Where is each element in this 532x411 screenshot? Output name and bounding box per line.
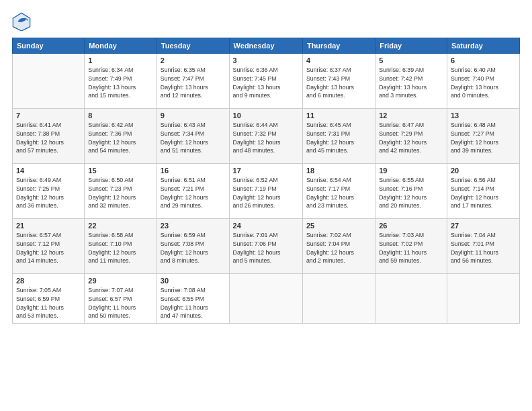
calendar-week-1: 1Sunrise: 6:34 AM Sunset: 7:49 PM Daylig…	[13, 54, 520, 109]
day-info: Sunrise: 6:55 AM Sunset: 7:16 PM Dayligh…	[379, 176, 443, 210]
day-info: Sunrise: 7:03 AM Sunset: 7:02 PM Dayligh…	[379, 231, 443, 265]
day-info: Sunrise: 7:04 AM Sunset: 7:01 PM Dayligh…	[451, 231, 516, 265]
day-number: 22	[88, 222, 153, 230]
calendar-cell: 17Sunrise: 6:52 AM Sunset: 7:19 PM Dayli…	[229, 164, 302, 219]
day-number: 16	[161, 167, 226, 175]
calendar-cell: 5Sunrise: 6:39 AM Sunset: 7:42 PM Daylig…	[375, 54, 447, 109]
day-number: 13	[451, 111, 516, 120]
day-info: Sunrise: 6:52 AM Sunset: 7:19 PM Dayligh…	[233, 176, 299, 210]
day-number: 30	[161, 277, 226, 285]
day-info: Sunrise: 7:07 AM Sunset: 6:57 PM Dayligh…	[88, 286, 153, 320]
day-info: Sunrise: 6:35 AM Sunset: 7:47 PM Dayligh…	[161, 66, 226, 100]
calendar-cell: 24Sunrise: 7:01 AM Sunset: 7:06 PM Dayli…	[229, 219, 302, 274]
day-number: 23	[161, 222, 226, 230]
day-info: Sunrise: 6:56 AM Sunset: 7:14 PM Dayligh…	[451, 176, 516, 210]
column-header-monday: Monday	[85, 38, 157, 54]
day-info: Sunrise: 6:42 AM Sunset: 7:36 PM Dayligh…	[88, 121, 153, 155]
day-number: 7	[16, 111, 81, 120]
day-info: Sunrise: 6:51 AM Sunset: 7:21 PM Dayligh…	[161, 176, 226, 210]
day-info: Sunrise: 6:50 AM Sunset: 7:23 PM Dayligh…	[88, 176, 153, 210]
day-info: Sunrise: 6:39 AM Sunset: 7:42 PM Dayligh…	[379, 66, 443, 100]
page: SundayMondayTuesdayWednesdayThursdayFrid…	[0, 0, 532, 411]
calendar-cell	[302, 274, 375, 324]
calendar-cell: 15Sunrise: 6:50 AM Sunset: 7:23 PM Dayli…	[85, 164, 157, 219]
calendar-cell: 25Sunrise: 7:02 AM Sunset: 7:04 PM Dayli…	[302, 219, 375, 274]
calendar-cell: 8Sunrise: 6:42 AM Sunset: 7:36 PM Daylig…	[85, 109, 157, 164]
calendar-cell: 23Sunrise: 6:59 AM Sunset: 7:08 PM Dayli…	[157, 219, 229, 274]
day-number: 29	[88, 277, 153, 285]
calendar-table: SundayMondayTuesdayWednesdayThursdayFrid…	[12, 38, 520, 324]
day-number: 8	[88, 111, 153, 120]
calendar-cell: 29Sunrise: 7:07 AM Sunset: 6:57 PM Dayli…	[85, 274, 157, 324]
calendar-cell: 13Sunrise: 6:48 AM Sunset: 7:27 PM Dayli…	[447, 109, 519, 164]
day-number: 17	[233, 167, 299, 175]
day-number: 3	[233, 56, 299, 64]
calendar-week-5: 28Sunrise: 7:05 AM Sunset: 6:59 PM Dayli…	[13, 274, 520, 324]
day-info: Sunrise: 6:34 AM Sunset: 7:49 PM Dayligh…	[88, 66, 153, 100]
calendar-cell	[375, 274, 447, 324]
calendar-cell: 12Sunrise: 6:47 AM Sunset: 7:29 PM Dayli…	[375, 109, 447, 164]
calendar-cell: 21Sunrise: 6:57 AM Sunset: 7:12 PM Dayli…	[13, 219, 85, 274]
day-info: Sunrise: 7:05 AM Sunset: 6:59 PM Dayligh…	[16, 286, 81, 320]
day-info: Sunrise: 6:49 AM Sunset: 7:25 PM Dayligh…	[16, 176, 81, 210]
day-number: 24	[233, 222, 299, 230]
calendar-cell: 2Sunrise: 6:35 AM Sunset: 7:47 PM Daylig…	[157, 54, 229, 109]
day-info: Sunrise: 6:58 AM Sunset: 7:10 PM Dayligh…	[88, 231, 153, 265]
calendar-cell: 16Sunrise: 6:51 AM Sunset: 7:21 PM Dayli…	[157, 164, 229, 219]
calendar-week-2: 7Sunrise: 6:41 AM Sunset: 7:38 PM Daylig…	[13, 109, 520, 164]
day-number: 28	[16, 277, 81, 285]
column-header-tuesday: Tuesday	[157, 38, 229, 54]
calendar-cell: 14Sunrise: 6:49 AM Sunset: 7:25 PM Dayli…	[13, 164, 85, 219]
day-number: 25	[306, 222, 371, 230]
day-number: 26	[379, 222, 443, 230]
calendar-week-3: 14Sunrise: 6:49 AM Sunset: 7:25 PM Dayli…	[13, 164, 520, 219]
column-header-saturday: Saturday	[447, 38, 519, 54]
day-number: 11	[306, 111, 371, 120]
day-info: Sunrise: 6:54 AM Sunset: 7:17 PM Dayligh…	[306, 176, 371, 210]
column-header-sunday: Sunday	[13, 38, 85, 54]
day-info: Sunrise: 7:08 AM Sunset: 6:55 PM Dayligh…	[161, 286, 226, 320]
day-info: Sunrise: 6:40 AM Sunset: 7:40 PM Dayligh…	[451, 66, 516, 100]
day-number: 2	[161, 56, 226, 64]
day-number: 21	[16, 222, 81, 230]
column-header-thursday: Thursday	[302, 38, 375, 54]
day-info: Sunrise: 6:44 AM Sunset: 7:32 PM Dayligh…	[233, 121, 299, 155]
calendar-cell: 20Sunrise: 6:56 AM Sunset: 7:14 PM Dayli…	[447, 164, 519, 219]
calendar-cell: 10Sunrise: 6:44 AM Sunset: 7:32 PM Dayli…	[229, 109, 302, 164]
day-number: 6	[451, 56, 516, 64]
calendar-cell: 6Sunrise: 6:40 AM Sunset: 7:40 PM Daylig…	[447, 54, 519, 109]
calendar-cell	[447, 274, 519, 324]
day-info: Sunrise: 6:57 AM Sunset: 7:12 PM Dayligh…	[16, 231, 81, 265]
day-number: 19	[379, 167, 443, 175]
day-info: Sunrise: 6:43 AM Sunset: 7:34 PM Dayligh…	[161, 121, 226, 155]
day-number: 9	[161, 111, 226, 120]
logo-icon	[12, 12, 31, 31]
column-header-wednesday: Wednesday	[229, 38, 302, 54]
day-number: 20	[451, 167, 516, 175]
calendar-cell: 30Sunrise: 7:08 AM Sunset: 6:55 PM Dayli…	[157, 274, 229, 324]
logo	[12, 12, 34, 31]
calendar-cell: 18Sunrise: 6:54 AM Sunset: 7:17 PM Dayli…	[302, 164, 375, 219]
calendar-week-4: 21Sunrise: 6:57 AM Sunset: 7:12 PM Dayli…	[13, 219, 520, 274]
day-number: 15	[88, 167, 153, 175]
day-number: 14	[16, 167, 81, 175]
day-number: 27	[451, 222, 516, 230]
day-info: Sunrise: 6:48 AM Sunset: 7:27 PM Dayligh…	[451, 121, 516, 155]
day-info: Sunrise: 7:02 AM Sunset: 7:04 PM Dayligh…	[306, 231, 371, 265]
calendar-cell	[229, 274, 302, 324]
calendar-cell: 22Sunrise: 6:58 AM Sunset: 7:10 PM Dayli…	[85, 219, 157, 274]
calendar-cell: 4Sunrise: 6:37 AM Sunset: 7:43 PM Daylig…	[302, 54, 375, 109]
day-number: 12	[379, 111, 443, 120]
calendar-cell: 3Sunrise: 6:36 AM Sunset: 7:45 PM Daylig…	[229, 54, 302, 109]
day-info: Sunrise: 7:01 AM Sunset: 7:06 PM Dayligh…	[233, 231, 299, 265]
day-info: Sunrise: 6:47 AM Sunset: 7:29 PM Dayligh…	[379, 121, 443, 155]
day-number: 5	[379, 56, 443, 64]
day-info: Sunrise: 6:59 AM Sunset: 7:08 PM Dayligh…	[161, 231, 226, 265]
calendar-header-row: SundayMondayTuesdayWednesdayThursdayFrid…	[13, 38, 520, 54]
calendar-cell: 7Sunrise: 6:41 AM Sunset: 7:38 PM Daylig…	[13, 109, 85, 164]
day-info: Sunrise: 6:36 AM Sunset: 7:45 PM Dayligh…	[233, 66, 299, 100]
day-number: 4	[306, 56, 371, 64]
day-info: Sunrise: 6:45 AM Sunset: 7:31 PM Dayligh…	[306, 121, 371, 155]
calendar-cell: 9Sunrise: 6:43 AM Sunset: 7:34 PM Daylig…	[157, 109, 229, 164]
calendar-cell: 1Sunrise: 6:34 AM Sunset: 7:49 PM Daylig…	[85, 54, 157, 109]
